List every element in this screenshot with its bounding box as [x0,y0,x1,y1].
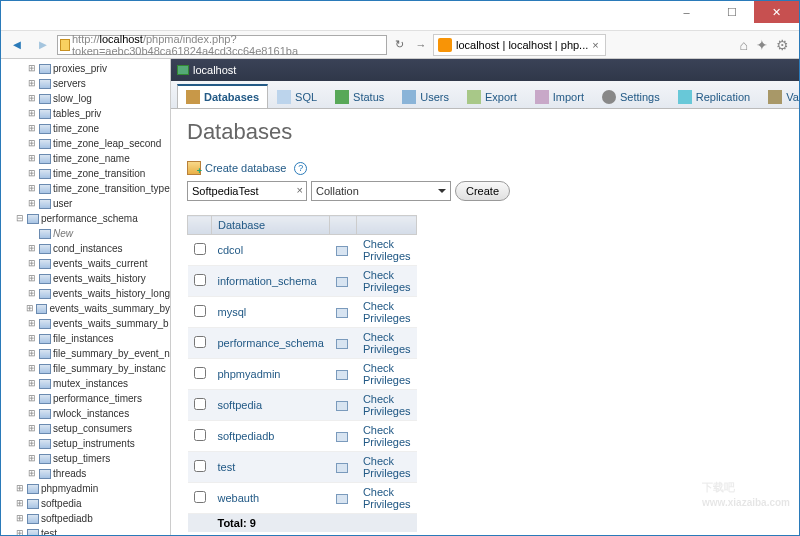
row-checkbox[interactable] [194,336,206,348]
tree-toggle-icon[interactable]: ⊞ [27,61,37,76]
tree-item[interactable]: threads [53,466,86,481]
tree-item[interactable]: rwlock_instances [53,406,129,421]
tree-toggle-icon[interactable]: ⊞ [25,301,34,316]
home-icon[interactable]: ⌂ [740,37,748,53]
tree-toggle-icon[interactable]: ⊞ [27,421,37,436]
tree-toggle-icon[interactable]: ⊞ [27,106,37,121]
database-link[interactable]: test [218,461,236,473]
tree-toggle-icon[interactable]: ⊞ [27,91,37,106]
tree-toggle-icon[interactable]: ⊞ [15,511,25,526]
row-checkbox[interactable] [194,305,206,317]
tree-item[interactable]: file_summary_by_instanc [53,361,166,376]
tree-item[interactable]: servers [53,76,86,91]
tab-users[interactable]: Users [393,85,458,108]
check-privileges-link[interactable]: Check Privileges [363,269,411,293]
tree-toggle-icon[interactable]: ⊞ [27,406,37,421]
tree-item[interactable]: file_summary_by_event_n [53,346,170,361]
database-link[interactable]: softpediadb [218,430,275,442]
database-link[interactable]: information_schema [218,275,317,287]
tree-item[interactable]: user [53,196,72,211]
tree-toggle-icon[interactable]: ⊞ [27,166,37,181]
database-link[interactable]: phpmyadmin [218,368,281,380]
tree-toggle-icon[interactable]: ⊞ [27,331,37,346]
tab-status[interactable]: Status [326,85,393,108]
go-button[interactable]: → [411,35,431,55]
tab-settings[interactable]: Settings [593,85,669,108]
create-button[interactable]: Create [455,181,510,201]
tree-toggle-icon[interactable]: ⊞ [15,481,25,496]
tab-sql[interactable]: SQL [268,85,326,108]
browser-tab[interactable]: localhost | localhost | php... × [433,34,606,56]
tree-item[interactable]: slow_log [53,91,92,106]
tree-item[interactable]: events_waits_summary_b [53,316,169,331]
row-checkbox[interactable] [194,398,206,410]
refresh-button[interactable]: ↻ [389,35,409,55]
tree-toggle-icon[interactable]: ⊞ [27,436,37,451]
tree-item[interactable]: New [53,226,73,241]
tree-toggle-icon[interactable]: ⊞ [27,76,37,91]
breadcrumb-server[interactable]: localhost [193,64,236,76]
tree-toggle-icon[interactable]: ⊞ [27,361,37,376]
tab-export[interactable]: Export [458,85,526,108]
collation-select[interactable]: Collation [311,181,451,201]
tree-toggle-icon[interactable]: ⊞ [27,466,37,481]
tree-item[interactable]: time_zone_transition_type [53,181,170,196]
tree-item[interactable]: phpmyadmin [41,481,98,496]
settings-gear-icon[interactable]: ⚙ [776,37,789,53]
database-link[interactable]: softpedia [218,399,263,411]
favorites-icon[interactable]: ✦ [756,37,768,53]
window-maximize-button[interactable]: ☐ [709,1,754,23]
tree-toggle-icon[interactable]: ⊞ [27,451,37,466]
tree-toggle-icon[interactable]: ⊞ [27,181,37,196]
tree-item[interactable]: test [41,526,57,535]
tree-item[interactable]: mutex_instances [53,376,128,391]
tree-item[interactable]: events_waits_summary_by [49,301,170,316]
database-name-input[interactable] [187,181,307,201]
tree-toggle-icon[interactable]: ⊞ [15,526,25,535]
tree-item[interactable]: time_zone_leap_second [53,136,161,151]
check-privileges-link[interactable]: Check Privileges [363,300,411,324]
row-checkbox[interactable] [194,429,206,441]
tree-item[interactable]: setup_instruments [53,436,135,451]
tree-toggle-icon[interactable]: ⊞ [27,196,37,211]
tree-item[interactable]: setup_consumers [53,421,132,436]
tree-toggle-icon[interactable]: ⊞ [15,496,25,511]
tree-toggle-icon[interactable]: ⊟ [15,211,25,226]
tree-toggle-icon[interactable]: ⊞ [27,136,37,151]
tree-toggle-icon[interactable]: ⊞ [27,286,37,301]
tab-databases[interactable]: Databases [177,84,268,108]
tree-toggle-icon[interactable]: ⊞ [27,271,37,286]
tree-toggle-icon[interactable]: ⊞ [27,391,37,406]
tab-import[interactable]: Import [526,85,593,108]
tab-replication[interactable]: Replication [669,85,759,108]
tree-toggle-icon[interactable]: ⊞ [27,376,37,391]
check-privileges-link[interactable]: Check Privileges [363,331,411,355]
database-link[interactable]: performance_schema [218,337,324,349]
tree-toggle-icon[interactable]: ⊞ [27,241,37,256]
row-checkbox[interactable] [194,491,206,503]
tree-item[interactable]: performance_schema [41,211,138,226]
database-link[interactable]: cdcol [218,244,244,256]
check-privileges-link[interactable]: Check Privileges [363,393,411,417]
window-minimize-button[interactable]: – [664,1,709,23]
column-header-database[interactable]: Database [212,216,330,235]
window-close-button[interactable]: ✕ [754,1,799,23]
tab-variables[interactable]: Variables [759,85,799,108]
database-link[interactable]: mysql [218,306,247,318]
row-checkbox[interactable] [194,460,206,472]
tab-close-button[interactable]: × [592,39,598,51]
database-link[interactable]: webauth [218,492,260,504]
tree-item[interactable]: tables_priv [53,106,101,121]
address-bar[interactable]: http://localhost/phpma/index.php?token=a… [57,35,387,55]
tree-item[interactable]: softpedia [41,496,82,511]
nav-back-button[interactable]: ◄ [5,34,29,56]
check-privileges-link[interactable]: Check Privileges [363,424,411,448]
check-privileges-link[interactable]: Check Privileges [363,238,411,262]
tree-item[interactable]: setup_timers [53,451,110,466]
tree-toggle-icon[interactable]: ⊞ [27,316,37,331]
tree-toggle-icon[interactable]: ⊞ [27,121,37,136]
tree-item[interactable]: softpediadb [41,511,93,526]
check-privileges-link[interactable]: Check Privileges [363,455,411,479]
tree-item[interactable]: events_waits_current [53,256,148,271]
help-icon[interactable]: ? [294,162,307,175]
